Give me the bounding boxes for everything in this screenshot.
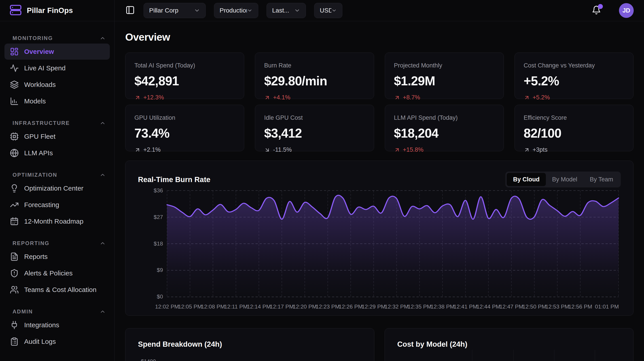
kpi-value: $18,204 — [394, 126, 495, 140]
arrow-up-right-icon — [394, 94, 400, 101]
tab-by-model[interactable]: By Model — [546, 173, 584, 186]
avatar[interactable]: JD — [619, 3, 634, 18]
org-dropdown[interactable]: Pillar Corp — [144, 3, 206, 18]
currency-dropdown[interactable]: USD — [314, 3, 342, 18]
sidebar-item-models[interactable]: Models — [4, 93, 110, 109]
svg-text:12:32 PM: 12:32 PM — [384, 304, 408, 310]
time-range-dropdown[interactable]: Last... — [266, 3, 306, 18]
sidebar-toggle-button[interactable] — [125, 5, 136, 16]
section-label: OPTIMIZATION — [12, 172, 57, 178]
section-header-infrastructure[interactable]: INFRASTRUCTURE — [4, 118, 110, 128]
kpi-card-idle-gpu-cost: Idle GPU Cost$3,412-11.5% — [255, 105, 374, 151]
section-header-admin[interactable]: ADMIN — [4, 307, 110, 317]
lightbulb-icon — [10, 184, 19, 193]
kpi-label: Total AI Spend (Today) — [134, 62, 235, 69]
chevron-up-icon — [100, 240, 106, 246]
sidebar-item-integrations[interactable]: Integrations — [4, 317, 110, 333]
section-label: REPORTING — [12, 240, 50, 246]
kpi-value: 73.4% — [134, 126, 235, 140]
nav-section-infrastructure: INFRASTRUCTUREGPU FleetLLM APIs — [4, 118, 110, 161]
sidebar-item-workloads[interactable]: Workloads — [4, 77, 110, 93]
sidebar: Pillar FinOps MONITORINGOverviewLive AI … — [0, 0, 114, 361]
tab-by-cloud[interactable]: By Cloud — [507, 173, 546, 186]
spend-breakdown-axis: $1400 — [138, 358, 362, 361]
svg-text:12:41 PM: 12:41 PM — [454, 304, 478, 310]
dropdown-label: Pillar Corp — [149, 7, 178, 14]
sidebar-item-alerts-policies[interactable]: Alerts & Policies — [4, 265, 110, 281]
dashboard-icon — [10, 47, 19, 56]
section-label: ADMIN — [12, 309, 33, 315]
sidebar-item-label: Live AI Spend — [24, 64, 66, 72]
burn-rate-tab-group: By CloudBy ModelBy Team — [505, 172, 621, 187]
kpi-delta: +8.7% — [394, 94, 495, 101]
chevron-up-icon — [100, 35, 106, 41]
kpi-delta-value: -11.5% — [273, 146, 292, 153]
kpi-delta-value: +5.2% — [533, 94, 550, 101]
burn-rate-chart: $0$9$18$27$3612:02 PM12:05 PM12:08 PM12:… — [138, 188, 621, 313]
section-label: INFRASTRUCTURE — [12, 120, 70, 126]
kpi-card-burn-rate: Burn Rate$29.80/min+4.1% — [255, 52, 374, 99]
sidebar-item-label: GPU Fleet — [24, 133, 56, 140]
arrow-up-right-icon — [524, 94, 530, 101]
sidebar-item-llm-apis[interactable]: LLM APIs — [4, 145, 110, 161]
activity-icon — [10, 64, 19, 73]
sidebar-item-12-month-roadmap[interactable]: 12-Month Roadmap — [4, 213, 110, 229]
svg-text:12:35 PM: 12:35 PM — [408, 304, 432, 310]
sidebar-item-overview[interactable]: Overview — [4, 43, 110, 60]
sidebar-item-label: 12-Month Roadmap — [24, 218, 84, 225]
chevron-up-icon — [100, 120, 106, 126]
arrow-up-right-icon — [134, 94, 141, 101]
kpi-label: Cost Change vs Yesterday — [524, 62, 624, 69]
sidebar-nav: MONITORINGOverviewLive AI SpendWorkloads… — [0, 21, 114, 350]
notifications-button[interactable] — [592, 5, 601, 16]
sidebar-item-live-ai-spend[interactable]: Live AI Spend — [4, 60, 110, 76]
page-title: Overview — [125, 31, 634, 43]
sidebar-item-label: Alerts & Policies — [24, 269, 73, 277]
kpi-value: $42,891 — [134, 73, 235, 88]
plug-icon — [10, 321, 19, 330]
arrow-down-right-icon — [264, 147, 270, 153]
kpi-value: $3,412 — [264, 126, 365, 140]
chevron-down-icon — [247, 7, 253, 14]
svg-text:12:53 PM: 12:53 PM — [546, 304, 569, 310]
tab-by-team[interactable]: By Team — [584, 173, 620, 186]
svg-text:12:26 PM: 12:26 PM — [339, 304, 363, 310]
cost-by-model-title: Cost by Model (24h) — [397, 340, 621, 349]
nav-section-reporting: REPORTINGReportsAlerts & PoliciesTeams &… — [4, 238, 110, 298]
chevron-up-icon — [100, 309, 106, 315]
section-header-reporting[interactable]: REPORTING — [4, 238, 110, 248]
kpi-delta: -11.5% — [264, 146, 365, 153]
section-header-optimization[interactable]: OPTIMIZATION — [4, 170, 110, 180]
kpi-card-projected-monthly: Projected Monthly$1.29M+8.7% — [385, 52, 504, 99]
svg-text:12:08 PM: 12:08 PM — [201, 304, 225, 310]
sidebar-item-label: Models — [24, 97, 46, 105]
kpi-delta-value: +4.1% — [273, 94, 290, 101]
sidebar-item-optimization-center[interactable]: Optimization Center — [4, 180, 110, 196]
sidebar-item-teams-cost-allocation[interactable]: Teams & Cost Allocation — [4, 282, 110, 298]
kpi-delta-value: +8.7% — [403, 94, 420, 101]
sidebar-item-gpu-fleet[interactable]: GPU Fleet — [4, 128, 110, 145]
sidebar-item-audit-logs[interactable]: Audit Logs — [4, 334, 110, 350]
sidebar-item-label: Teams & Cost Allocation — [24, 286, 96, 294]
svg-text:12:50 PM: 12:50 PM — [522, 304, 546, 310]
svg-text:$27: $27 — [154, 214, 163, 220]
file-text-icon — [10, 252, 19, 261]
svg-text:$9: $9 — [157, 267, 163, 273]
sidebar-item-label: Overview — [24, 48, 54, 55]
chevron-down-icon — [194, 7, 200, 14]
burn-rate-plot: $0$9$18$27$3612:02 PM12:05 PM12:08 PM12:… — [138, 188, 621, 313]
environment-dropdown[interactable]: Production — [214, 3, 258, 18]
section-header-monitoring[interactable]: MONITORING — [4, 33, 110, 43]
panel-left-icon — [126, 5, 135, 16]
sidebar-item-reports[interactable]: Reports — [4, 249, 110, 265]
trending-up-icon — [10, 200, 19, 209]
cost-by-model-card: Cost by Model (24h) — [384, 328, 634, 361]
sidebar-item-forecasting[interactable]: Forecasting — [4, 197, 110, 213]
svg-text:12:14 PM: 12:14 PM — [247, 304, 271, 310]
spend-breakdown-top-tick: $1400 — [138, 358, 156, 361]
kpi-label: Efficiency Score — [524, 114, 624, 121]
svg-text:12:05 PM: 12:05 PM — [178, 304, 202, 310]
svg-text:12:02 PM: 12:02 PM — [155, 304, 179, 310]
gridline — [595, 350, 595, 361]
kpi-label: Burn Rate — [264, 62, 365, 69]
